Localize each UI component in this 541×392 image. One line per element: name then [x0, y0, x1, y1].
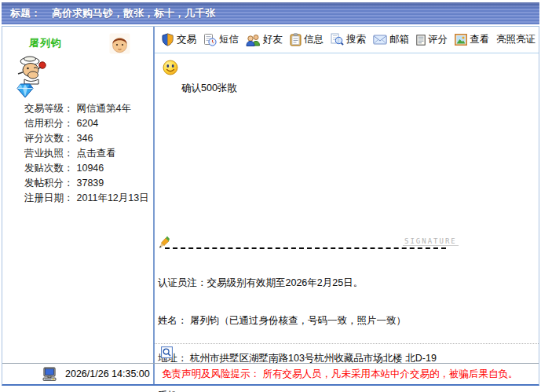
bottom-dotted-separator — [155, 343, 539, 344]
stat-register-date: 注册日期：2011年12月13日 — [24, 191, 149, 206]
rating-form-icon — [416, 35, 426, 46]
toolbar-item-info[interactable]: 信息 — [290, 33, 324, 46]
post-title: 高价求购马钞，散张，标十，几千张 — [52, 6, 215, 20]
title-label: 标题： — [10, 6, 41, 20]
post-panel: 交易 短信 好友 信息 搜索 — [155, 27, 539, 363]
toolbar-item-search[interactable]: 搜索 — [331, 33, 366, 46]
toolbar-item-trade[interactable]: 交易 — [161, 33, 196, 46]
signature-tag: SIGNATURE — [403, 237, 459, 246]
member-toolbar: 交易 短信 好友 信息 搜索 — [155, 27, 539, 53]
stat-post-score: 发帖积分：37839 — [24, 176, 149, 191]
signature-block: 认证员注：交易级别有效期至2026年2月25日。 姓名： 屠列钧（已通过身份核查… — [158, 251, 539, 392]
zoom-magnifier-icon[interactable] — [161, 346, 173, 361]
trade-shield-icon — [161, 33, 174, 46]
search-magnifier-icon — [331, 33, 344, 46]
content-frame: 屠列钧 — [2, 26, 539, 386]
toolbar-item-sms[interactable]: 短信 — [203, 33, 239, 46]
post-body-text: 确认500张散 — [181, 82, 237, 95]
smiley-emoticon-icon — [163, 60, 178, 79]
stat-trade-level: 交易等级：网信通第4年 — [24, 101, 149, 116]
info-clipboard-icon — [290, 33, 302, 46]
diamond-level-icon — [16, 83, 34, 101]
signature-divider — [165, 247, 446, 249]
toolbar-item-friends[interactable]: 好友 — [246, 33, 283, 46]
post-timestamp: 2026/1/26 14:35:00 — [65, 368, 150, 379]
toolbar-item-bright-license[interactable]: 亮照亮证 — [496, 33, 536, 46]
footer-left-cell: 2026/1/26 14:35:00 — [2, 364, 155, 384]
member-stats-list: 交易等级：网信通第4年 信用积分：6204 评分次数：346 营业执照：点击查看… — [24, 101, 149, 206]
stat-rating-count: 评分次数：346 — [24, 131, 149, 146]
license-view-link[interactable]: 点击查看 — [77, 148, 116, 159]
member-panel: 屠列钧 — [2, 27, 155, 363]
view-picture-icon — [455, 34, 467, 46]
sig-address: 地址： 杭州市拱墅区湖墅南路103号杭州收藏品市场北楼 北D-19 — [158, 352, 539, 365]
stat-post-count: 发贴次数：10946 — [24, 161, 149, 176]
sig-name: 姓名： 屠列钧（已通过身份核查，号码一致，照片一致） — [158, 314, 539, 327]
main-row: 屠列钧 — [2, 27, 539, 363]
toolbar-item-view[interactable]: 查看 — [455, 33, 489, 46]
mail-envelope-icon — [373, 35, 387, 45]
member-avatar-icon — [109, 33, 130, 57]
sig-certifier-note: 认证员注：交易级别有效期至2026年2月25日。 — [158, 277, 539, 289]
stat-credit-score: 信用积分：6204 — [24, 116, 149, 131]
toolbar-item-rating[interactable]: 评分 — [416, 33, 448, 46]
sms-note-icon — [203, 33, 217, 46]
friends-icon — [246, 34, 261, 46]
computer-icon — [42, 367, 57, 382]
post-title-bar: 标题： 高价求购马钞，散张，标十，几千张 — [2, 2, 539, 24]
member-username[interactable]: 屠列钧 — [29, 36, 62, 50]
toolbar-item-mail[interactable]: 邮箱 — [373, 33, 409, 46]
signature-pencil-icon — [158, 236, 170, 252]
stat-business-license: 营业执照：点击查看 — [24, 146, 149, 161]
